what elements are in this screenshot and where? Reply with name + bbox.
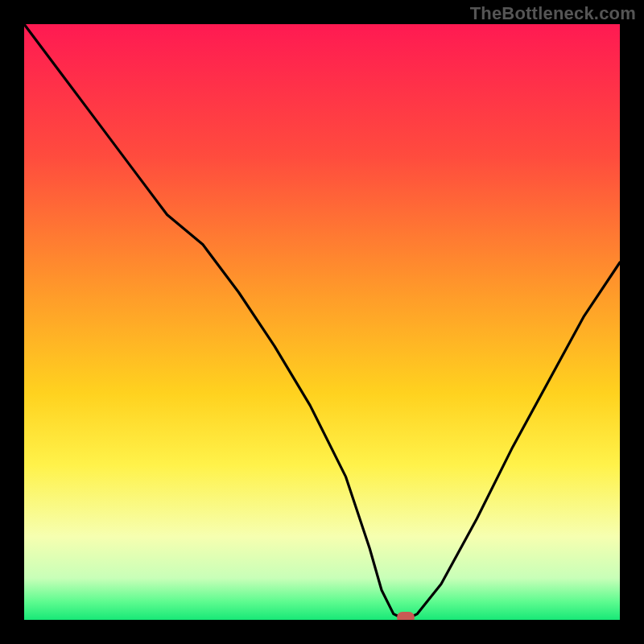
chart-container: TheBottleneck.com xyxy=(0,0,644,644)
watermark-text: TheBottleneck.com xyxy=(470,3,636,24)
optimum-marker xyxy=(397,612,415,620)
plot-area xyxy=(24,24,620,620)
marker-layer xyxy=(24,24,620,620)
